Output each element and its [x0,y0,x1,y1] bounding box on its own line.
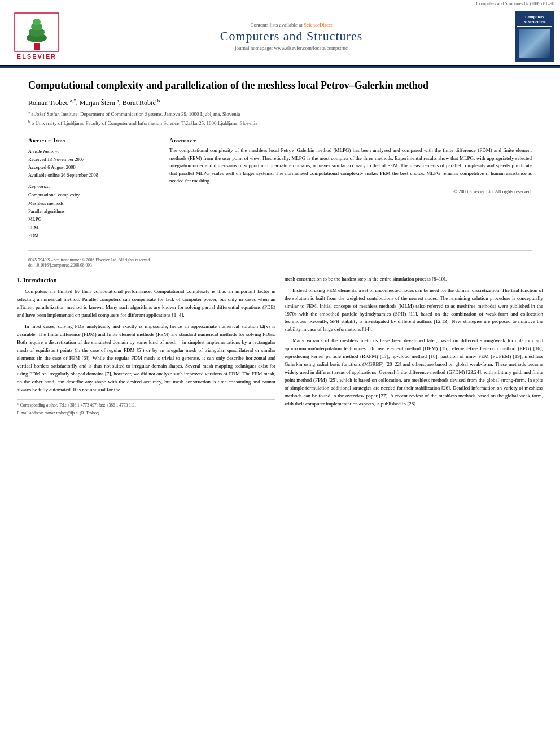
elsevier-logo: ELSEVIER [6,12,68,60]
body-col-right: mesh construction to be the hardest step… [285,276,543,417]
article-info-column: Article Info Article history: Received 1… [28,137,158,239]
elsevier-tree-icon [14,12,59,52]
affiliations: a a Jožef Stefan Institute, Department o… [28,110,532,127]
keyword-3: Parallel algorithms [28,207,158,215]
elsevier-brand-text: ELSEVIER [17,53,56,60]
journal-citation: Computers and Structures 87 (2009) 81–90 [476,1,554,6]
body-paragraph-col2-1: mesh construction to be the hardest step… [285,276,543,283]
keyword-5: FEM [28,224,158,231]
corresponding-footnote: * Corresponding author. Tel.: +386 1 477… [17,402,275,408]
cover-divider [517,26,552,27]
abstract-title: Abstract [169,137,532,143]
abstract-copyright: © 2008 Elsevier Ltd. All rights reserved… [169,189,532,194]
received-date: Received 13 November 2007 [28,156,158,164]
article-dates: Received 13 November 2007 Accepted 6 Aug… [28,156,158,179]
authors-line: Roman Trobec a,*, Marjan Štern a, Borut … [28,98,532,107]
keywords-section: Keywords: Computational complexity Meshl… [28,184,158,240]
body-paragraph-col2-2: Instead of using FEM elements, a set of … [285,287,543,334]
footer-info: 0045-7949/$ – see front matter © 2008 El… [0,255,560,270]
abstract-column: Abstract The computational complexity of… [169,137,532,239]
abstract-text: The computational complexity of the mesh… [169,147,532,185]
svg-rect-0 [34,43,40,50]
keyword-4: MLPG [28,215,158,223]
copyright-footer: 0045-7949/$ – see front matter © 2008 El… [28,257,532,263]
article-header: Computational complexity and paralleliza… [0,68,560,133]
keywords-list: Computational complexity Meshless method… [28,191,158,240]
doi-footer: doi:10.1016/j.compstruc.2008.08.003 [28,263,532,268]
journal-title-center: Contents lists available at ScienceDirec… [68,22,515,51]
info-abstract-section: Article Info Article history: Received 1… [0,133,560,245]
section-separator [28,250,532,251]
keywords-label: Keywords: [28,184,158,189]
main-body: 1. Introduction Computers are limited by… [0,270,560,429]
history-label: Article history: [28,148,158,154]
body-paragraph-col2-3: Many variants of the meshless methods ha… [285,337,543,408]
affiliation-b: b b University of Ljubljana, Faculty of … [28,119,532,128]
journal-cover: Computers& Structures [515,11,554,62]
journal-banner: ELSEVIER Contents lists available at Sci… [0,7,560,65]
article-title: Computational complexity and paralleliza… [28,79,532,92]
cover-image [519,29,550,58]
svg-point-4 [33,19,41,25]
email-footnote: E-mail address: roman.trobec@ijs.si (R. … [17,410,275,416]
available-date: Available online 26 September 2008 [28,172,158,180]
info-section-title: Article Info [28,137,158,145]
main-journal-title: Computers and Structures [68,29,515,43]
body-col-left: 1. Introduction Computers are limited by… [17,276,275,417]
body-paragraph-2: In most cases, solving PDE analytically … [17,323,275,394]
section1-heading: 1. Introduction [17,276,275,285]
body-paragraph-1: Computers are limited by their computati… [17,288,275,320]
affiliation-a: a a Jožef Stefan Institute, Department o… [28,110,532,119]
accepted-date: Accepted 6 August 2008 [28,164,158,172]
journal-homepage: journal homepage: www.elsevier.com/locat… [68,45,515,51]
article-history: Article history: Received 13 November 20… [28,148,158,179]
keyword-6: FDM [28,231,158,239]
sciencedirect-link[interactable]: ScienceDirect [304,22,332,28]
journal-header: Computers and Structures 87 (2009) 81–90… [0,0,560,66]
contents-note: Contents lists available at ScienceDirec… [68,22,515,28]
keyword-2: Meshless methods [28,199,158,207]
cover-title: Computers& Structures [524,15,546,24]
keyword-1: Computational complexity [28,191,158,199]
top-bar: Computers and Structures 87 (2009) 81–90 [0,0,560,7]
footnotes-section: * Corresponding author. Tel.: +386 1 477… [17,399,275,416]
